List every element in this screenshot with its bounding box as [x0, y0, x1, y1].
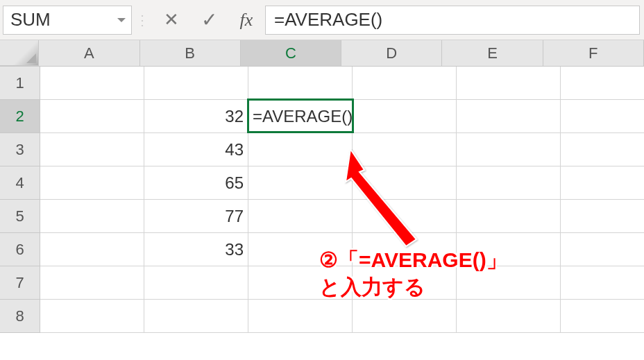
spreadsheet-grid: A B C D E F 1 2 3 4 5 6 7 8	[0, 40, 644, 333]
row-header-6[interactable]: 6	[0, 233, 40, 266]
cell-A2[interactable]	[40, 100, 144, 133]
cell-F6[interactable]	[561, 233, 644, 266]
name-box[interactable]: SUM	[3, 6, 132, 35]
formula-input-value: =AVERAGE()	[274, 9, 382, 31]
row-header-1[interactable]: 1	[0, 67, 40, 100]
chevron-down-icon[interactable]	[117, 18, 126, 22]
cell-E8[interactable]	[457, 300, 561, 333]
cell-D6[interactable]	[353, 233, 457, 266]
cell-F5[interactable]	[561, 200, 644, 233]
cell-B4[interactable]: 65	[144, 166, 248, 200]
cell-D3[interactable]	[353, 133, 457, 166]
cell-C8[interactable]	[248, 300, 353, 333]
cell-A6[interactable]	[40, 233, 144, 266]
cell-D1[interactable]	[353, 67, 457, 100]
row-header-7[interactable]: 7	[0, 266, 40, 300]
cell-F2[interactable]	[561, 100, 644, 133]
cell-F7[interactable]	[561, 266, 644, 300]
cell-E1[interactable]	[457, 67, 561, 100]
row-header-4[interactable]: 4	[0, 166, 40, 200]
cell-E4[interactable]	[457, 166, 561, 200]
cell-A3[interactable]	[40, 133, 144, 166]
cell-C6[interactable]	[248, 233, 353, 266]
column-headers: A B C D E F	[0, 40, 644, 67]
cell-B2[interactable]: 32	[144, 100, 248, 133]
row-header-3[interactable]: 3	[0, 133, 40, 166]
cell-C2-value: =AVERAGE()	[253, 107, 353, 126]
col-header-A[interactable]: A	[39, 40, 139, 66]
col-header-B[interactable]: B	[140, 40, 241, 66]
cell-B3[interactable]: 43	[144, 133, 248, 166]
cell-D2[interactable]	[353, 100, 457, 133]
check-icon: ✓	[201, 8, 217, 31]
cell-A8[interactable]	[40, 300, 144, 333]
cell-A7[interactable]	[40, 266, 144, 300]
select-all-corner[interactable]	[0, 40, 39, 66]
cell-C2[interactable]: =AVERAGE()	[248, 100, 353, 133]
cell-A1[interactable]	[40, 67, 144, 100]
cell-B7[interactable]	[144, 266, 248, 300]
cell-E7[interactable]	[457, 266, 561, 300]
row-header-5[interactable]: 5	[0, 200, 40, 233]
enter-button[interactable]: ✓	[190, 6, 228, 35]
row-header-8[interactable]: 8	[0, 300, 40, 333]
cell-C3[interactable]	[248, 133, 353, 166]
cell-E3[interactable]	[457, 133, 561, 166]
cell-A5[interactable]	[40, 200, 144, 233]
cell-C4[interactable]	[248, 166, 353, 200]
cell-B1[interactable]	[144, 67, 248, 100]
col-header-E[interactable]: E	[442, 40, 543, 66]
cell-C5[interactable]	[248, 200, 353, 233]
formula-input[interactable]: =AVERAGE()	[265, 6, 640, 35]
cell-B6[interactable]: 33	[144, 233, 248, 266]
cell-B5[interactable]: 77	[144, 200, 248, 233]
col-header-C[interactable]: C	[241, 40, 341, 66]
cell-E6[interactable]	[457, 233, 561, 266]
cell-A4[interactable]	[40, 166, 144, 200]
cancel-button[interactable]: ✕	[153, 6, 190, 35]
cell-D7[interactable]	[353, 266, 457, 300]
cell-E2[interactable]	[457, 100, 561, 133]
name-box-value: SUM	[10, 9, 51, 31]
col-header-F[interactable]: F	[543, 40, 644, 66]
insert-function-button[interactable]: fx	[228, 6, 265, 35]
col-header-D[interactable]: D	[341, 40, 442, 66]
cell-F3[interactable]	[561, 133, 644, 166]
cell-F8[interactable]	[561, 300, 644, 333]
row-headers: 1 2 3 4 5 6 7 8	[0, 67, 40, 333]
formula-bar-divider: ⋮	[132, 12, 153, 28]
fx-icon: fx	[240, 10, 253, 31]
formula-bar: SUM ⋮ ✕ ✓ fx =AVERAGE()	[0, 0, 644, 40]
cell-C1[interactable]	[248, 67, 353, 100]
cells-area[interactable]: 32 =AVERAGE() 43 65	[40, 67, 644, 333]
cell-D8[interactable]	[353, 300, 457, 333]
close-icon: ✕	[164, 9, 179, 31]
cell-F4[interactable]	[561, 166, 644, 200]
cell-B8[interactable]	[144, 300, 248, 333]
cell-F1[interactable]	[561, 67, 644, 100]
row-header-2[interactable]: 2	[0, 100, 40, 133]
cell-E5[interactable]	[457, 200, 561, 233]
cell-D4[interactable]	[353, 166, 457, 200]
cell-C7[interactable]	[248, 266, 353, 300]
cell-D5[interactable]	[353, 200, 457, 233]
